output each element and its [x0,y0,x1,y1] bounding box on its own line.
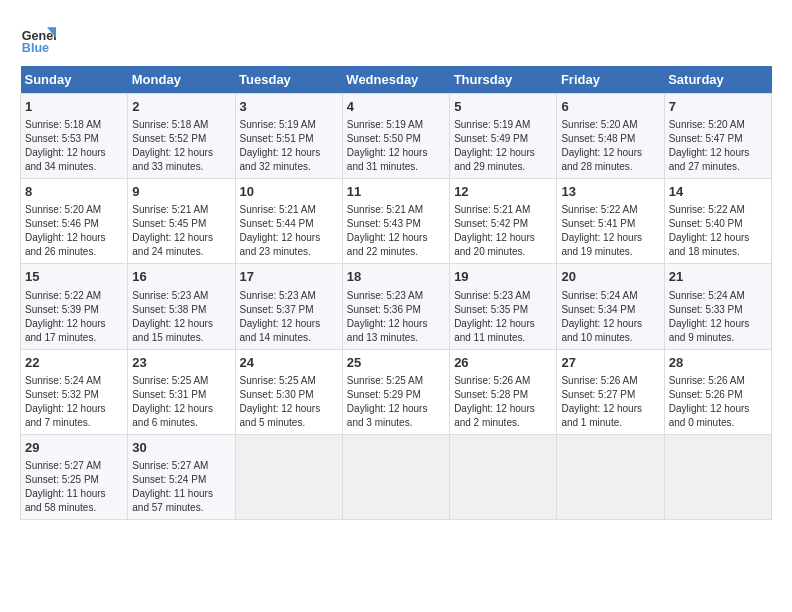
day-info: Sunrise: 5:24 AM Sunset: 5:33 PM Dayligh… [669,289,767,345]
day-number: 11 [347,183,445,201]
day-info: Sunrise: 5:18 AM Sunset: 5:52 PM Dayligh… [132,118,230,174]
day-number: 30 [132,439,230,457]
calendar-cell: 12Sunrise: 5:21 AM Sunset: 5:42 PM Dayli… [450,179,557,264]
header-tuesday: Tuesday [235,66,342,94]
day-number: 6 [561,98,659,116]
header-monday: Monday [128,66,235,94]
calendar-cell: 8Sunrise: 5:20 AM Sunset: 5:46 PM Daylig… [21,179,128,264]
calendar-cell: 1Sunrise: 5:18 AM Sunset: 5:53 PM Daylig… [21,94,128,179]
calendar-cell [664,434,771,519]
day-info: Sunrise: 5:20 AM Sunset: 5:46 PM Dayligh… [25,203,123,259]
day-info: Sunrise: 5:18 AM Sunset: 5:53 PM Dayligh… [25,118,123,174]
header-wednesday: Wednesday [342,66,449,94]
day-info: Sunrise: 5:22 AM Sunset: 5:39 PM Dayligh… [25,289,123,345]
day-number: 2 [132,98,230,116]
day-number: 24 [240,354,338,372]
day-number: 20 [561,268,659,286]
day-number: 18 [347,268,445,286]
calendar-cell: 14Sunrise: 5:22 AM Sunset: 5:40 PM Dayli… [664,179,771,264]
day-number: 5 [454,98,552,116]
calendar-header-row: SundayMondayTuesdayWednesdayThursdayFrid… [21,66,772,94]
calendar-cell: 9Sunrise: 5:21 AM Sunset: 5:45 PM Daylig… [128,179,235,264]
day-info: Sunrise: 5:23 AM Sunset: 5:36 PM Dayligh… [347,289,445,345]
calendar-cell: 24Sunrise: 5:25 AM Sunset: 5:30 PM Dayli… [235,349,342,434]
calendar-cell [557,434,664,519]
logo-icon: General Blue [20,20,56,56]
day-info: Sunrise: 5:21 AM Sunset: 5:43 PM Dayligh… [347,203,445,259]
day-info: Sunrise: 5:19 AM Sunset: 5:50 PM Dayligh… [347,118,445,174]
day-info: Sunrise: 5:21 AM Sunset: 5:42 PM Dayligh… [454,203,552,259]
calendar-table: SundayMondayTuesdayWednesdayThursdayFrid… [20,66,772,520]
day-number: 26 [454,354,552,372]
calendar-cell [450,434,557,519]
day-info: Sunrise: 5:24 AM Sunset: 5:34 PM Dayligh… [561,289,659,345]
calendar-cell: 28Sunrise: 5:26 AM Sunset: 5:26 PM Dayli… [664,349,771,434]
day-number: 1 [25,98,123,116]
calendar-cell: 21Sunrise: 5:24 AM Sunset: 5:33 PM Dayli… [664,264,771,349]
day-info: Sunrise: 5:26 AM Sunset: 5:28 PM Dayligh… [454,374,552,430]
logo: General Blue [20,20,56,56]
day-number: 8 [25,183,123,201]
calendar-cell [235,434,342,519]
page-header: General Blue [20,20,772,56]
calendar-cell: 3Sunrise: 5:19 AM Sunset: 5:51 PM Daylig… [235,94,342,179]
calendar-week-2: 8Sunrise: 5:20 AM Sunset: 5:46 PM Daylig… [21,179,772,264]
calendar-cell: 13Sunrise: 5:22 AM Sunset: 5:41 PM Dayli… [557,179,664,264]
calendar-cell: 30Sunrise: 5:27 AM Sunset: 5:24 PM Dayli… [128,434,235,519]
calendar-cell: 15Sunrise: 5:22 AM Sunset: 5:39 PM Dayli… [21,264,128,349]
header-saturday: Saturday [664,66,771,94]
calendar-cell: 2Sunrise: 5:18 AM Sunset: 5:52 PM Daylig… [128,94,235,179]
day-info: Sunrise: 5:19 AM Sunset: 5:51 PM Dayligh… [240,118,338,174]
calendar-cell: 22Sunrise: 5:24 AM Sunset: 5:32 PM Dayli… [21,349,128,434]
calendar-cell: 29Sunrise: 5:27 AM Sunset: 5:25 PM Dayli… [21,434,128,519]
header-thursday: Thursday [450,66,557,94]
calendar-cell: 26Sunrise: 5:26 AM Sunset: 5:28 PM Dayli… [450,349,557,434]
calendar-cell: 23Sunrise: 5:25 AM Sunset: 5:31 PM Dayli… [128,349,235,434]
day-number: 13 [561,183,659,201]
day-info: Sunrise: 5:26 AM Sunset: 5:27 PM Dayligh… [561,374,659,430]
calendar-cell: 11Sunrise: 5:21 AM Sunset: 5:43 PM Dayli… [342,179,449,264]
day-number: 7 [669,98,767,116]
day-info: Sunrise: 5:23 AM Sunset: 5:35 PM Dayligh… [454,289,552,345]
day-number: 12 [454,183,552,201]
day-number: 9 [132,183,230,201]
day-info: Sunrise: 5:23 AM Sunset: 5:38 PM Dayligh… [132,289,230,345]
day-info: Sunrise: 5:22 AM Sunset: 5:41 PM Dayligh… [561,203,659,259]
day-info: Sunrise: 5:25 AM Sunset: 5:30 PM Dayligh… [240,374,338,430]
calendar-week-4: 22Sunrise: 5:24 AM Sunset: 5:32 PM Dayli… [21,349,772,434]
day-number: 22 [25,354,123,372]
calendar-cell: 18Sunrise: 5:23 AM Sunset: 5:36 PM Dayli… [342,264,449,349]
calendar-cell: 20Sunrise: 5:24 AM Sunset: 5:34 PM Dayli… [557,264,664,349]
calendar-cell: 27Sunrise: 5:26 AM Sunset: 5:27 PM Dayli… [557,349,664,434]
calendar-cell: 5Sunrise: 5:19 AM Sunset: 5:49 PM Daylig… [450,94,557,179]
day-number: 3 [240,98,338,116]
day-number: 10 [240,183,338,201]
day-number: 27 [561,354,659,372]
calendar-cell: 6Sunrise: 5:20 AM Sunset: 5:48 PM Daylig… [557,94,664,179]
day-info: Sunrise: 5:27 AM Sunset: 5:24 PM Dayligh… [132,459,230,515]
day-info: Sunrise: 5:25 AM Sunset: 5:29 PM Dayligh… [347,374,445,430]
calendar-cell: 17Sunrise: 5:23 AM Sunset: 5:37 PM Dayli… [235,264,342,349]
day-info: Sunrise: 5:22 AM Sunset: 5:40 PM Dayligh… [669,203,767,259]
calendar-cell: 10Sunrise: 5:21 AM Sunset: 5:44 PM Dayli… [235,179,342,264]
day-info: Sunrise: 5:23 AM Sunset: 5:37 PM Dayligh… [240,289,338,345]
day-number: 17 [240,268,338,286]
day-number: 14 [669,183,767,201]
day-info: Sunrise: 5:21 AM Sunset: 5:44 PM Dayligh… [240,203,338,259]
day-number: 28 [669,354,767,372]
calendar-week-1: 1Sunrise: 5:18 AM Sunset: 5:53 PM Daylig… [21,94,772,179]
day-number: 4 [347,98,445,116]
calendar-cell [342,434,449,519]
calendar-cell: 16Sunrise: 5:23 AM Sunset: 5:38 PM Dayli… [128,264,235,349]
calendar-cell: 4Sunrise: 5:19 AM Sunset: 5:50 PM Daylig… [342,94,449,179]
calendar-week-5: 29Sunrise: 5:27 AM Sunset: 5:25 PM Dayli… [21,434,772,519]
day-info: Sunrise: 5:20 AM Sunset: 5:48 PM Dayligh… [561,118,659,174]
day-info: Sunrise: 5:21 AM Sunset: 5:45 PM Dayligh… [132,203,230,259]
header-sunday: Sunday [21,66,128,94]
day-info: Sunrise: 5:27 AM Sunset: 5:25 PM Dayligh… [25,459,123,515]
header-friday: Friday [557,66,664,94]
calendar-cell: 19Sunrise: 5:23 AM Sunset: 5:35 PM Dayli… [450,264,557,349]
day-info: Sunrise: 5:25 AM Sunset: 5:31 PM Dayligh… [132,374,230,430]
day-info: Sunrise: 5:20 AM Sunset: 5:47 PM Dayligh… [669,118,767,174]
day-number: 29 [25,439,123,457]
